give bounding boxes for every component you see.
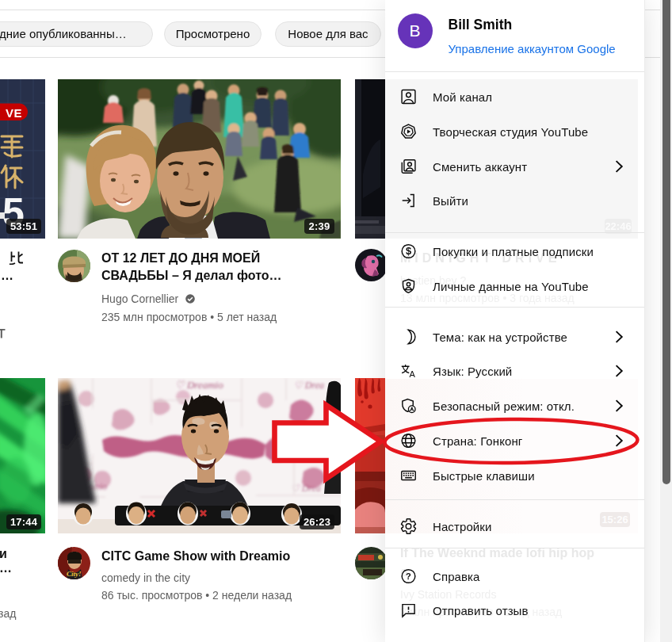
svg-text:A: A	[410, 369, 416, 379]
svg-text:♡ Dreamio: ♡ Dreamio	[175, 379, 223, 391]
svg-text:♡ Drea: ♡ Drea	[291, 483, 321, 494]
svg-text:$: $	[406, 245, 411, 257]
svg-text:City!: City!	[67, 570, 82, 578]
svg-text:VE: VE	[6, 106, 22, 120]
svg-text:?: ?	[406, 571, 411, 581]
svg-text:♡ Drea: ♡ Drea	[294, 380, 324, 391]
